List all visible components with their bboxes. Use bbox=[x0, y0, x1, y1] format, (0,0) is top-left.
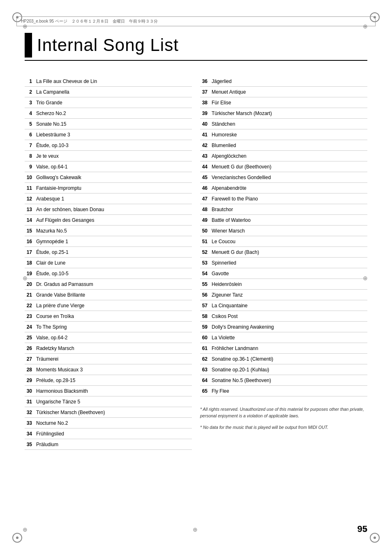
page-title: Internal Song List bbox=[37, 35, 179, 55]
song-title: Fröhlicher Landmann bbox=[212, 345, 367, 351]
list-item: 22 La prière d'une Vierge bbox=[25, 300, 192, 311]
song-title: Étude, op.10-5 bbox=[36, 271, 192, 276]
song-title: Étude, op.10-3 bbox=[36, 143, 192, 148]
content-area: 1 La Fille aux Cheveux de Lin 2 La Campa… bbox=[25, 76, 367, 450]
list-item: 12 Arabesque 1 bbox=[25, 193, 192, 204]
page-title-section: Internal Song List bbox=[25, 33, 367, 61]
song-number: 13 bbox=[25, 207, 36, 212]
song-title: Träumerei bbox=[36, 356, 192, 362]
song-title: Präludium bbox=[36, 442, 192, 447]
list-item: 23 Course en Troïka bbox=[25, 311, 192, 322]
song-number: 31 bbox=[25, 399, 36, 405]
song-title: To The Spring bbox=[36, 324, 192, 330]
song-title: Humoreske bbox=[212, 132, 367, 138]
song-title: Scherzo No.2 bbox=[36, 111, 192, 116]
list-item: 45 Venezianisches Gondellied bbox=[200, 172, 367, 183]
song-title: Sonatine No.5 (Beethoven) bbox=[212, 378, 367, 383]
list-item: 17 Étude, op.25-1 bbox=[25, 247, 192, 258]
song-title: Fantaisie-Impromptu bbox=[36, 185, 192, 191]
song-number: 62 bbox=[200, 356, 212, 362]
list-item: 58 Csikos Post bbox=[200, 311, 367, 322]
list-item: 50 Wiener Marsch bbox=[200, 226, 367, 236]
song-title: Clair de Lune bbox=[36, 260, 192, 266]
song-number: 4 bbox=[25, 111, 36, 116]
song-number: 50 bbox=[200, 228, 212, 234]
song-number: 35 bbox=[25, 442, 36, 447]
song-title: Alpenabendröte bbox=[212, 185, 367, 191]
song-title: Menuett G dur (Bach) bbox=[212, 249, 367, 255]
list-item: 6 Liebesträume 3 bbox=[25, 129, 192, 140]
list-item: 15 Mazurka No.5 bbox=[25, 226, 192, 236]
song-title: Frühlingslied bbox=[36, 431, 192, 437]
song-number: 11 bbox=[25, 185, 36, 191]
list-item: 53 Spinnerlied bbox=[200, 258, 367, 268]
song-number: 41 bbox=[200, 132, 212, 138]
song-title: La prière d'une Vierge bbox=[36, 303, 192, 309]
song-number: 54 bbox=[200, 271, 212, 276]
list-item: 5 Sonate No.15 bbox=[25, 119, 192, 129]
list-item: 51 Le Coucou bbox=[200, 236, 367, 247]
song-title: Valse, op.64-1 bbox=[36, 164, 192, 170]
song-number: 5 bbox=[25, 121, 36, 127]
song-number: 39 bbox=[200, 111, 212, 116]
song-title: Csikos Post bbox=[212, 313, 367, 319]
song-number: 36 bbox=[200, 78, 212, 84]
list-item: 34 Frühlingslied bbox=[25, 428, 192, 439]
list-item: 31 Ungarische Tänze 5 bbox=[25, 396, 192, 407]
song-number: 44 bbox=[200, 164, 212, 170]
song-title: Le Coucou bbox=[212, 239, 367, 244]
list-item: 44 Menuett G dur (Beethoven) bbox=[200, 161, 367, 172]
song-title: Dolly's Dreaming Awakening bbox=[212, 324, 367, 330]
list-item: 59 Dolly's Dreaming Awakening bbox=[200, 322, 367, 332]
song-number: 52 bbox=[200, 249, 212, 255]
song-number: 10 bbox=[25, 175, 36, 180]
song-title: Golliwog's Cakewalk bbox=[36, 175, 192, 180]
song-number: 7 bbox=[25, 143, 36, 148]
song-title: Menuett G dur (Beethoven) bbox=[212, 164, 367, 170]
list-item: 27 Träumerei bbox=[25, 354, 192, 364]
song-number: 20 bbox=[25, 281, 36, 287]
list-item: 47 Farewell to the Piano bbox=[200, 193, 367, 204]
song-title: An der schönen, blauen Donau bbox=[36, 207, 192, 212]
list-item: 46 Alpenabendröte bbox=[200, 183, 367, 193]
list-item: 13 An der schönen, blauen Donau bbox=[25, 204, 192, 215]
list-item: 10 Golliwog's Cakewalk bbox=[25, 172, 192, 183]
song-number: 23 bbox=[25, 313, 36, 319]
list-item: 24 To The Spring bbox=[25, 322, 192, 332]
song-title: Ständchen bbox=[212, 121, 367, 127]
song-number: 55 bbox=[200, 281, 212, 287]
song-number: 25 bbox=[25, 335, 36, 341]
song-title: Heidenröslein bbox=[212, 281, 367, 287]
notes-section: * All rights reserved. Unauthorized use … bbox=[200, 405, 367, 431]
song-title: Spinnerlied bbox=[212, 260, 367, 266]
song-title: Farewell to the Piano bbox=[212, 196, 367, 202]
song-number: 26 bbox=[25, 345, 36, 351]
song-title: Prélude, op.28-15 bbox=[36, 378, 192, 383]
song-number: 38 bbox=[200, 100, 212, 106]
song-title: Grande Valse Brillante bbox=[36, 292, 192, 298]
song-title: Arabesque 1 bbox=[36, 196, 192, 202]
song-number: 14 bbox=[25, 217, 36, 223]
song-title: La Fille aux Cheveux de Lin bbox=[36, 78, 192, 84]
song-title: Gavotte bbox=[212, 271, 367, 276]
song-title: Sonatine op.36-1 (Clementi) bbox=[212, 356, 367, 362]
list-item: 42 Blumenlied bbox=[200, 140, 367, 151]
list-item: 49 Battle of Waterloo bbox=[200, 215, 367, 226]
song-title: Jägerlied bbox=[212, 78, 367, 84]
list-item: 61 Fröhlicher Landmann bbox=[200, 343, 367, 354]
page-number: 95 bbox=[357, 524, 367, 534]
list-item: 8 Je te veux bbox=[25, 151, 192, 161]
song-title: Nocturne No.2 bbox=[36, 420, 192, 426]
song-number: 59 bbox=[200, 324, 212, 330]
song-title: Türkischer Marsch (Mozart) bbox=[212, 111, 367, 116]
list-item: 65 Fly Flee bbox=[200, 386, 367, 396]
song-number: 30 bbox=[25, 388, 36, 394]
song-number: 61 bbox=[200, 345, 212, 351]
list-item: 29 Prélude, op.28-15 bbox=[25, 375, 192, 386]
song-number: 33 bbox=[25, 420, 36, 426]
list-item: 48 Brautchor bbox=[200, 204, 367, 215]
song-number: 12 bbox=[25, 196, 36, 202]
song-title: Je te veux bbox=[36, 153, 192, 159]
note-text: * All rights reserved. Unauthorized use … bbox=[200, 406, 367, 419]
list-item: 41 Humoreske bbox=[200, 129, 367, 140]
